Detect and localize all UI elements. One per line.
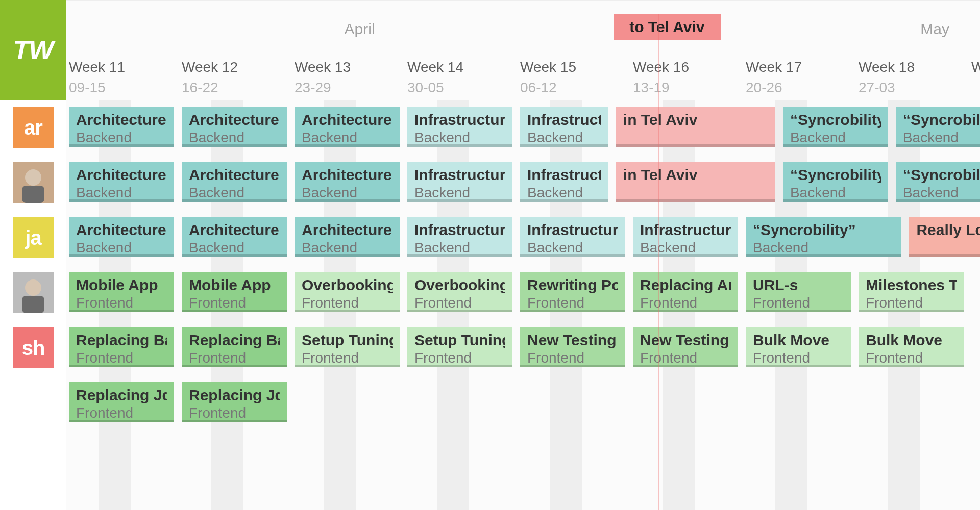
task-card[interactable]: Mobile App Frontend <box>182 272 287 312</box>
task-card[interactable]: Architecture Backend <box>69 217 174 257</box>
svg-rect-5 <box>22 296 44 313</box>
task-card[interactable]: Setup Tuning Frontend <box>407 327 512 367</box>
task-card-title: “Syncrobility” <box>790 111 881 129</box>
task-card[interactable]: Mobile App Frontend <box>69 272 174 312</box>
week-label: W <box>971 59 980 75</box>
task-card-title: Overbooking <box>302 276 393 294</box>
task-card[interactable]: in Tel Aviv <box>616 162 775 202</box>
task-card[interactable]: “Syncrobility” Backend <box>746 217 901 257</box>
task-card[interactable]: Milestones T Frontend <box>859 272 964 312</box>
avatar-ar[interactable]: ar <box>13 107 54 148</box>
week-range: 16-22 <box>182 80 295 96</box>
timeline-header: AprilMayto Tel Aviv Week 11 09-15 Week 1… <box>66 0 980 100</box>
task-card-title: Infrastructure <box>527 221 618 239</box>
task-card[interactable]: Infrastructure Backend <box>520 107 608 147</box>
task-card-title: Replacing An <box>640 276 731 294</box>
task-card-title: Architecture <box>189 111 280 129</box>
week-header[interactable]: Week 18 27-03 <box>859 59 971 96</box>
task-card[interactable]: Architecture Backend <box>69 162 174 202</box>
task-card-subtitle: Backend <box>189 185 280 201</box>
task-card[interactable]: Replacing Ba Frontend <box>182 327 287 367</box>
task-card[interactable]: “Syncrobility” Backend <box>783 107 888 147</box>
task-card[interactable]: Bulk Move Frontend <box>746 327 851 367</box>
avatar-p2[interactable] <box>13 162 54 203</box>
task-card-title: Architecture <box>189 166 280 184</box>
week-header[interactable]: Week 11 09-15 <box>69 59 182 96</box>
task-card-title: Mobile App <box>189 276 280 294</box>
svg-point-4 <box>25 279 41 296</box>
task-card-subtitle: Frontend <box>302 350 393 366</box>
task-card[interactable]: Overbooking Frontend <box>295 272 400 312</box>
task-card[interactable]: Really Long <box>909 217 980 257</box>
task-card[interactable]: Architecture Backend <box>182 107 287 147</box>
task-card[interactable]: Architecture Backend <box>295 107 400 147</box>
task-card[interactable]: “Syncrobility” Backend <box>896 107 980 147</box>
task-card[interactable]: “Syncrobility” Backend <box>896 162 980 202</box>
task-card-title: Infrastructure <box>527 111 601 129</box>
task-card[interactable]: New Testing Frontend <box>633 327 738 367</box>
timeline-event-pill[interactable]: to Tel Aviv <box>614 14 721 40</box>
week-header[interactable]: Week 15 06-12 <box>520 59 633 96</box>
task-card-title: in Tel Aviv <box>623 111 768 129</box>
app-logo[interactable]: TW <box>0 0 66 100</box>
task-card-subtitle: Frontend <box>76 295 167 311</box>
task-card-subtitle: Backend <box>527 185 601 201</box>
task-card[interactable]: Replacing Ba Frontend <box>69 327 174 367</box>
week-label: Week 16 <box>633 59 746 75</box>
task-card-subtitle: Frontend <box>414 295 505 311</box>
avatar-p4[interactable] <box>13 272 54 313</box>
task-card-subtitle: Backend <box>302 185 393 201</box>
week-header[interactable]: Week 16 13-19 <box>633 59 746 96</box>
task-card[interactable]: in Tel Aviv <box>616 107 775 147</box>
week-range: 09-15 <box>69 80 182 96</box>
task-card[interactable]: Architecture Backend <box>69 107 174 147</box>
task-card-title: Architecture <box>76 166 167 184</box>
avatar-ja[interactable]: ja <box>13 217 54 258</box>
month-label: April <box>345 20 375 38</box>
task-card-subtitle: Frontend <box>640 350 731 366</box>
week-label: Week 17 <box>746 59 859 75</box>
week-header[interactable]: Week 13 23-29 <box>295 59 407 96</box>
week-header[interactable]: Week 12 16-22 <box>182 59 295 96</box>
week-header[interactable]: Week 14 30-05 <box>407 59 520 96</box>
task-card[interactable]: Architecture Backend <box>182 217 287 257</box>
task-card-title: “Syncrobility” <box>753 221 894 239</box>
task-card[interactable]: Architecture Backend <box>182 162 287 202</box>
week-label: Week 11 <box>69 59 182 75</box>
task-card[interactable]: Setup Tuning Frontend <box>295 327 400 367</box>
task-card[interactable]: Rewriting Po Frontend <box>520 272 625 312</box>
task-card-title: Rewriting Po <box>527 276 618 294</box>
week-header[interactable]: Week 17 20-26 <box>746 59 859 96</box>
week-label: Week 18 <box>859 59 971 75</box>
task-card-subtitle: Frontend <box>76 405 167 421</box>
task-card-subtitle: Backend <box>640 240 731 256</box>
task-card-title: Infrastructure <box>414 166 505 184</box>
task-card[interactable]: Architecture Backend <box>295 217 400 257</box>
task-card-title: Infrastructure <box>414 221 505 239</box>
task-card-title: “Syncrobility” <box>903 166 980 184</box>
task-card-subtitle: Backend <box>414 185 505 201</box>
task-card-title: “Syncrobility” <box>790 166 881 184</box>
task-card[interactable]: Infrastructure Backend <box>407 162 512 202</box>
task-card[interactable]: Infrastructure Backend <box>407 217 512 257</box>
timeline-row: Mobile App Frontend Mobile App Frontend … <box>66 272 980 327</box>
task-card-subtitle: Frontend <box>527 350 618 366</box>
task-card-title: Replacing Jq <box>76 387 167 404</box>
week-header[interactable]: W <box>971 59 980 80</box>
task-card[interactable]: Overbooking Frontend <box>407 272 512 312</box>
task-card[interactable]: Architecture Backend <box>295 162 400 202</box>
task-card[interactable]: Replacing Jq Frontend <box>182 382 287 422</box>
avatar-sh[interactable]: sh <box>13 327 54 368</box>
week-range: 20-26 <box>746 80 859 96</box>
task-card[interactable]: “Syncrobility” Backend <box>783 162 888 202</box>
task-card[interactable]: Infrastructure Backend <box>407 107 512 147</box>
task-card[interactable]: URL-s Frontend <box>746 272 851 312</box>
task-card[interactable]: Infrastructure Backend <box>520 217 625 257</box>
task-card[interactable]: Infrastructure Backend <box>633 217 738 257</box>
task-card[interactable]: Infrastructure Backend <box>520 162 608 202</box>
task-card[interactable]: New Testing Frontend <box>520 327 625 367</box>
task-card-title: New Testing <box>640 332 731 349</box>
task-card[interactable]: Replacing Jq Frontend <box>69 382 174 422</box>
task-card[interactable]: Bulk Move Frontend <box>859 327 964 367</box>
task-card[interactable]: Replacing An Frontend <box>633 272 738 312</box>
